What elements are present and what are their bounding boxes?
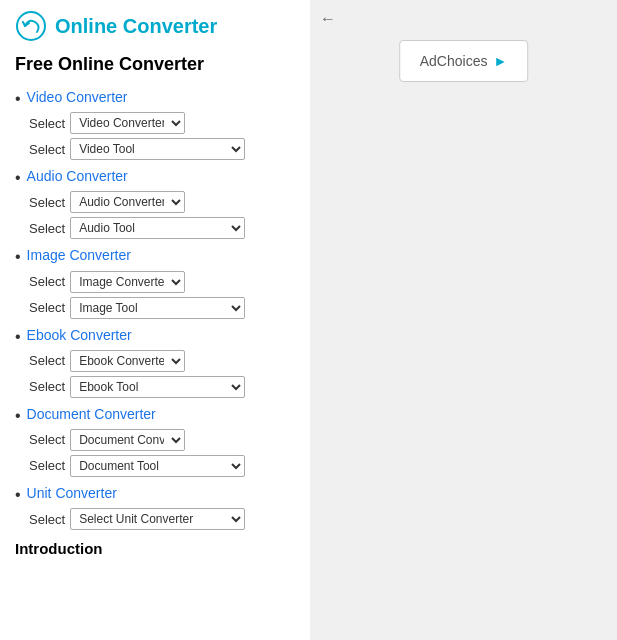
select-label-2-image: Select [29, 300, 65, 315]
select-label-2-audio: Select [29, 221, 65, 236]
select-2-video[interactable]: Video Tool [70, 138, 245, 160]
select-label-1-unit: Select [29, 512, 65, 527]
bullet-image: •Image Converter [15, 247, 295, 266]
ad-box: AdChoices ► [399, 40, 529, 82]
ad-icon: ► [493, 53, 507, 69]
bullet-ebook: •Ebook Converter [15, 327, 295, 346]
logo-icon [15, 10, 47, 42]
bullet-document: •Document Converter [15, 406, 295, 425]
select-row-1-video: SelectVideo Converter [29, 112, 295, 134]
select-2-audio[interactable]: Audio Tool [70, 217, 245, 239]
link-ebook[interactable]: Ebook Converter [27, 327, 132, 343]
bullet-dot-unit: • [15, 485, 21, 504]
page-heading: Free Online Converter [15, 54, 295, 75]
select-row-2-ebook: SelectEbook Tool [29, 376, 295, 398]
bullet-dot-image: • [15, 247, 21, 266]
select-1-audio[interactable]: Audio Converter [70, 191, 185, 213]
logo-area: Online Converter [15, 10, 295, 42]
section-image: •Image ConverterSelectImage ConverterSel… [15, 247, 295, 318]
select-1-unit[interactable]: Select Unit Converter [70, 508, 245, 530]
bullet-dot-audio: • [15, 168, 21, 187]
select-row-1-unit: SelectSelect Unit Converter [29, 508, 295, 530]
select-label-1-image: Select [29, 274, 65, 289]
select-1-video[interactable]: Video Converter [70, 112, 185, 134]
bullet-unit: •Unit Converter [15, 485, 295, 504]
section-document: •Document ConverterSelectDocument Conver… [15, 406, 295, 477]
section-unit: •Unit ConverterSelectSelect Unit Convert… [15, 485, 295, 530]
logo-title: Online Converter [55, 15, 217, 38]
select-1-document[interactable]: Document Converter [70, 429, 185, 451]
back-arrow-icon[interactable]: ← [320, 10, 336, 28]
bullet-dot-ebook: • [15, 327, 21, 346]
link-document[interactable]: Document Converter [27, 406, 156, 422]
select-row-2-document: SelectDocument Tool [29, 455, 295, 477]
select-row-2-audio: SelectAudio Tool [29, 217, 295, 239]
select-label-2-video: Select [29, 142, 65, 157]
ad-text: AdChoices [420, 53, 488, 69]
select-1-image[interactable]: Image Converter [70, 271, 185, 293]
select-label-1-document: Select [29, 432, 65, 447]
select-label-2-ebook: Select [29, 379, 65, 394]
section-audio: •Audio ConverterSelectAudio ConverterSel… [15, 168, 295, 239]
left-panel: Online Converter Free Online Converter •… [0, 0, 310, 640]
select-2-document[interactable]: Document Tool [70, 455, 245, 477]
select-label-1-video: Select [29, 116, 65, 131]
select-2-ebook[interactable]: Ebook Tool [70, 376, 245, 398]
select-row-1-image: SelectImage Converter [29, 271, 295, 293]
link-video[interactable]: Video Converter [27, 89, 128, 105]
bullet-dot-document: • [15, 406, 21, 425]
bullet-video: •Video Converter [15, 89, 295, 108]
link-audio[interactable]: Audio Converter [27, 168, 128, 184]
link-unit[interactable]: Unit Converter [27, 485, 117, 501]
introduction-heading: Introduction [15, 540, 295, 557]
converters-list: •Video ConverterSelectVideo ConverterSel… [15, 89, 295, 530]
select-label-1-audio: Select [29, 195, 65, 210]
select-label-1-ebook: Select [29, 353, 65, 368]
section-video: •Video ConverterSelectVideo ConverterSel… [15, 89, 295, 160]
select-row-2-image: SelectImage Tool [29, 297, 295, 319]
right-panel: ← AdChoices ► [310, 0, 617, 640]
select-row-1-document: SelectDocument Converter [29, 429, 295, 451]
select-row-1-ebook: SelectEbook Converter [29, 350, 295, 372]
select-2-image[interactable]: Image Tool [70, 297, 245, 319]
select-1-ebook[interactable]: Ebook Converter [70, 350, 185, 372]
bullet-dot-video: • [15, 89, 21, 108]
select-row-1-audio: SelectAudio Converter [29, 191, 295, 213]
bullet-audio: •Audio Converter [15, 168, 295, 187]
link-image[interactable]: Image Converter [27, 247, 131, 263]
section-ebook: •Ebook ConverterSelectEbook ConverterSel… [15, 327, 295, 398]
select-row-2-video: SelectVideo Tool [29, 138, 295, 160]
select-label-2-document: Select [29, 458, 65, 473]
svg-point-0 [17, 12, 45, 40]
